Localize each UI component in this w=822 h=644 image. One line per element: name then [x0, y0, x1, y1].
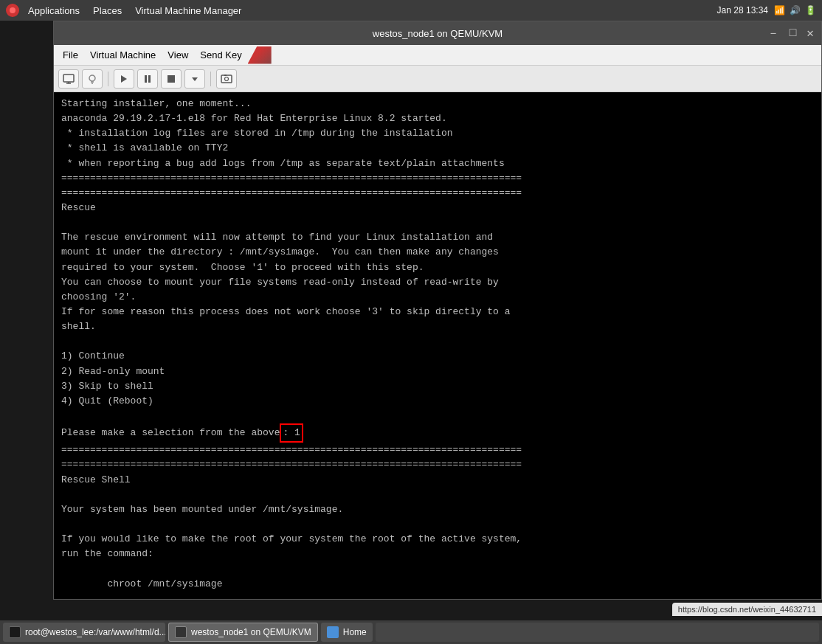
menu-vm[interactable]: Virtual Machine — [84, 48, 162, 62]
svg-point-4 — [89, 75, 95, 81]
menu-view[interactable]: View — [162, 48, 194, 62]
system-bar-menu: Applications Places Virtual Machine Mana… — [22, 4, 247, 18]
svg-point-0 — [10, 7, 15, 13]
vm-titlebar: westos_node1 on QEMU/KVM － □ ✕ — [54, 21, 821, 45]
vm-icon — [175, 626, 187, 638]
svg-rect-9 — [148, 75, 151, 83]
menu-sendkey[interactable]: Send Key — [194, 48, 247, 62]
toolbar-sep-2 — [210, 72, 211, 86]
svg-marker-7 — [121, 75, 127, 83]
svg-rect-12 — [221, 75, 232, 83]
app-icon — [6, 4, 19, 17]
taskbar-item-home[interactable]: Home — [321, 623, 373, 642]
url-bar: https://blog.csdn.net/weixin_44632711 — [672, 603, 822, 616]
monitor-button[interactable] — [58, 69, 79, 89]
stop-button[interactable] — [161, 69, 182, 89]
taskbar-terminal-label: root@westos_lee:/var/www/html/d... — [25, 627, 165, 637]
svg-marker-11 — [192, 77, 198, 81]
taskbar-item-terminal[interactable]: root@westos_lee:/var/www/html/d... — [3, 623, 165, 642]
volume-icon: 🔊 — [790, 5, 801, 15]
menu-places[interactable]: Places — [87, 4, 128, 18]
system-bar-right: Jan 28 13:34 📶 🔊 🔋 — [717, 5, 816, 15]
system-bar-left: Applications Places Virtual Machine Mana… — [6, 4, 247, 18]
system-icons: 📶 🔊 🔋 — [774, 5, 816, 15]
vm-window: westos_node1 on QEMU/KVM － □ ✕ File Virt… — [53, 21, 822, 600]
vm-title: westos_node1 on QEMU/KVM — [373, 28, 502, 39]
taskbar-empty — [376, 623, 819, 642]
menu-file[interactable]: File — [57, 48, 84, 62]
menu-vmmanager[interactable]: Virtual Machine Manager — [129, 4, 247, 18]
vm-menubar: File Virtual Machine View Send Key — [54, 45, 821, 66]
vm-logo — [248, 46, 272, 64]
toolbar-sep-1 — [108, 72, 108, 86]
wifi-icon: 📶 — [774, 5, 785, 15]
minimize-button[interactable]: － — [763, 24, 784, 43]
dropdown-button[interactable] — [184, 69, 205, 89]
terminal-icon — [9, 626, 21, 638]
vm-titlebar-controls: － □ ✕ — [763, 21, 821, 45]
taskbar-home-label: Home — [343, 627, 367, 637]
battery-icon: 🔋 — [805, 5, 816, 15]
taskbar: root@westos_lee:/var/www/html/d... westo… — [0, 620, 822, 644]
pause-button[interactable] — [137, 69, 158, 89]
svg-rect-10 — [167, 75, 175, 83]
left-panel — [0, 21, 53, 620]
lightbulb-button[interactable] — [82, 69, 103, 89]
taskbar-vm-label: westos_node1 on QEMU/KVM — [191, 627, 311, 637]
folder-icon — [327, 626, 339, 638]
selection-highlight: : 1 — [280, 423, 303, 443]
terminal-output: Starting installer, one moment... anacon… — [61, 97, 814, 599]
svg-rect-1 — [63, 75, 74, 82]
url-text: https://blog.csdn.net/weixin_44632711 — [678, 605, 816, 614]
play-button[interactable] — [114, 69, 134, 89]
maximize-button[interactable]: □ — [785, 25, 801, 41]
svg-rect-14 — [224, 75, 227, 76]
system-bar: Applications Places Virtual Machine Mana… — [0, 0, 822, 21]
terminal[interactable]: Starting installer, one moment... anacon… — [54, 92, 821, 599]
close-button[interactable]: ✕ — [802, 24, 818, 42]
svg-rect-8 — [145, 75, 147, 83]
svg-point-13 — [225, 77, 229, 80]
datetime: Jan 28 13:34 — [717, 5, 768, 15]
vm-toolbar — [54, 66, 821, 92]
screenshot-button[interactable] — [216, 69, 237, 89]
menu-applications[interactable]: Applications — [22, 4, 86, 18]
taskbar-item-vm[interactable]: westos_node1 on QEMU/KVM — [168, 623, 318, 642]
